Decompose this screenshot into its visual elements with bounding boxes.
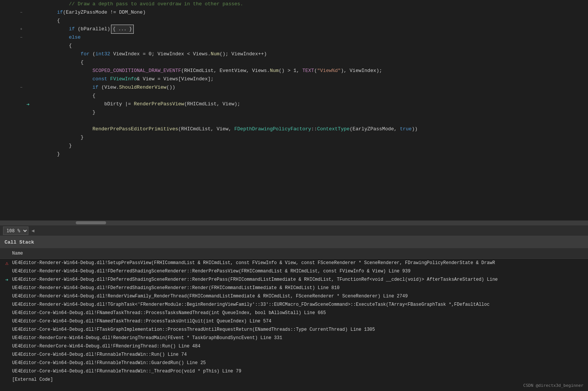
code-content: bDirty |= RenderPrePassView(RHICmdList, … [32,100,588,108]
code-token: "View%d" [317,68,341,74]
zoom-select[interactable]: 108 % 100 % 125 % [3,227,28,235]
callstack-header: Call Stack [0,236,588,248]
code-content: SCOPED_CONDITIONAL_DRAW_EVENTF(RHICmdLis… [32,67,588,75]
callstack-item-text: UE4Editor-Renderer-Win64-Debug.dll!TGrap… [12,302,489,307]
code-content: } [32,142,588,150]
code-token: ViewIndex = 0; ViewIndex < Views. [110,51,211,57]
editor-scrollbar[interactable] [0,221,588,225]
callstack-items[interactable]: ⚠UE4Editor-Renderer-Win64-Debug.dll!Setu… [0,259,588,391]
fold-button[interactable]: − [18,36,24,40]
callstack-item[interactable]: ⚠UE4Editor-Renderer-Win64-Debug.dll!Setu… [0,259,588,267]
callstack-item-text: UE4Editor-Core-Win64-Debug.dll!FTaskGrap… [12,327,375,332]
code-line-row [0,117,588,125]
callstack-item[interactable]: UE4Editor-Core-Win64-Debug.dll!FNamedTas… [0,309,588,317]
code-token: (); ViewIndex++) [220,51,267,57]
code-line-row: RenderPrePassEditorPrimitives(RHICmdList… [0,125,588,133]
fold-button[interactable]: + [18,27,24,31]
code-line-row: ➔ bDirty |= RenderPrePassView(RHICmdList… [0,100,588,108]
code-token: RenderPrePassEditorPrimitives [92,126,178,132]
editor-area: // Draw a depth pass to avoid overdraw i… [0,0,588,236]
callstack-item-icon: ⚠ [3,260,11,266]
code-token: for [81,51,89,57]
code-token: if [57,9,63,15]
code-token: SCOPED_CONDITIONAL_DRAW_EVENTF [92,68,181,74]
code-line-row: } [0,108,588,117]
callstack-item[interactable]: UE4Editor-Core-Win64-Debug.dll!FTaskGrap… [0,325,588,334]
callstack-item[interactable]: UE4Editor-Core-Win64-Debug.dll!FRunnable… [0,350,588,359]
callstack-item-text: UE4Editor-Renderer-Win64-Debug.dll!FDefe… [12,285,339,291]
callstack-item[interactable]: UE4Editor-Renderer-Win64-Debug.dll!FDefe… [0,284,588,292]
code-content: if (View.ShouldRenderView()) [32,83,588,92]
callstack-item-text: UE4Editor-Renderer-Win64-Debug.dll!FDefe… [12,269,410,274]
code-content: } [32,133,588,142]
code-token: FViewInfo [110,76,137,82]
callstack-item[interactable]: UE4Editor-Renderer-Win64-Debug.dll!FDefe… [0,267,588,275]
code-token: () > 1, [279,68,302,74]
code-token: (View. [99,84,119,90]
code-content: { [32,17,588,25]
callstack-item[interactable]: UE4Editor-RenderCore-Win64-Debug.dll!FRe… [0,342,588,350]
collapsed-block[interactable]: { ... } [111,25,134,34]
code-content: } [32,108,588,117]
callstack-item-text: [External Code] [12,377,53,382]
callstack-item[interactable]: UE4Editor-Core-Win64-Debug.dll!FRunnable… [0,359,588,367]
code-token: } [81,135,84,140]
code-token: int32 [95,51,110,57]
code-token: } [69,143,72,149]
code-line-row: } [0,133,588,142]
code-token: TEXT [302,68,314,74]
code-token: ()) [166,84,175,90]
code-token: Num [270,68,278,74]
callstack-col-header: Name [0,248,588,259]
callstack-name-col: Name [12,251,23,256]
code-token: ), ViewIndex); [341,68,382,74]
code-line-row: for (int32 ViewIndex = 0; ViewIndex < Vi… [0,50,588,58]
callstack-item[interactable]: [External Code] [0,375,588,384]
code-token: ShouldRenderView [119,84,166,90]
code-line-row: { [0,58,588,67]
code-scroll[interactable]: // Draw a depth pass to avoid overdraw i… [0,0,588,221]
code-content: { [32,58,588,67]
callstack-item[interactable]: UE4Editor-Renderer-Win64-Debug.dll!TGrap… [0,300,588,309]
code-token: { [81,59,84,65]
code-content: { [32,92,588,100]
callstack-item[interactable]: ➔UE4Editor-Renderer-Win64-Debug.dll!FDef… [0,275,588,284]
code-token: { [69,43,72,48]
current-line-marker: ➔ [24,101,32,108]
fold-button[interactable]: − [18,86,24,90]
callstack-item-text: UE4Editor-Renderer-Win64-Debug.dll!Rende… [12,294,408,299]
fold-button[interactable]: − [18,11,24,15]
code-token: (bParallel) [75,26,110,32]
code-line-row: // Draw a depth pass to avoid overdraw i… [0,0,588,8]
code-line-row: { [0,17,588,25]
code-token: (RHICmdList, View); [184,101,240,107]
code-content: const FViewInfo& View = Views[ViewIndex]… [32,75,588,83]
code-content: for (int32 ViewIndex = 0; ViewIndex < Vi… [32,50,588,58]
callstack-item-text: UE4Editor-RenderCore-Win64-Debug.dll!Ren… [12,335,282,341]
code-content [32,117,588,125]
code-content: } [32,150,588,158]
code-line-row: − if(EarlyZPassMode != DDM_None) [0,8,588,17]
code-line-row: } [0,142,588,150]
callstack-item[interactable]: UE4Editor-Core-Win64-Debug.dll!FNamedTas… [0,317,588,325]
code-content: else [32,33,588,42]
code-token: true [400,126,411,132]
callstack-item-text: UE4Editor-Core-Win64-Debug.dll!FRunnable… [12,369,241,374]
scroll-left-arrow[interactable]: ◀ [31,228,34,234]
code-content: if (bParallel){ ... } [32,25,588,34]
callstack-item-icon: ➔ [3,277,11,283]
code-line-row: const FViewInfo& View = Views[ViewIndex]… [0,75,588,83]
code-token: (RHICmdList, EventView, Views. [181,68,270,74]
callstack-item[interactable]: UE4Editor-Core-Win64-Debug.dll!FRunnable… [0,367,588,375]
code-token: } [57,151,60,157]
code-token: ( [89,51,95,57]
code-token: )) [412,126,418,132]
scrollbar-thumb[interactable] [76,221,106,224]
callstack-item[interactable]: UE4Editor-Renderer-Win64-Debug.dll!Rende… [0,292,588,300]
code-line-row: { [0,42,588,50]
code-line-row: − if (View.ShouldRenderView()) [0,83,588,92]
code-content: RenderPrePassEditorPrimitives(RHICmdList… [32,125,588,133]
callstack-item[interactable]: UE4Editor-RenderCore-Win64-Debug.dll!Ren… [0,334,588,342]
editor-statusbar: 108 % 100 % 125 % ◀ [0,225,588,236]
code-content: { [32,42,588,50]
